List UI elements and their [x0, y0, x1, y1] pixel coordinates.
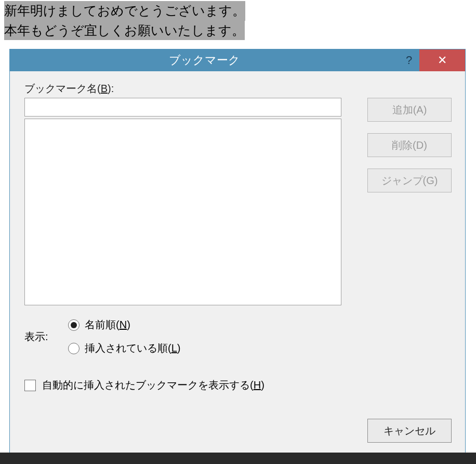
cancel-button[interactable]: キャンセル	[367, 419, 452, 443]
show-hidden-label: 自動的に挿入されたブックマークを表示する(H)	[42, 378, 265, 392]
bookmark-dialog: ブックマーク ? ✕ ブックマーク名(B): 追加(A) 削除(D) ジャンプ(…	[9, 49, 466, 455]
help-button[interactable]: ?	[399, 49, 419, 71]
sort-by-name-label: 名前順(N)	[85, 318, 130, 332]
close-button[interactable]: ✕	[419, 49, 465, 71]
selected-text-line-2[interactable]: 本年もどうぞ宜しくお願いいたします。	[4, 21, 245, 41]
goto-button: ジャンプ(G)	[367, 169, 452, 192]
status-bar	[0, 453, 476, 464]
sort-label: 表示:	[24, 330, 56, 344]
radio-icon	[68, 319, 80, 331]
dialog-body: ブックマーク名(B): 追加(A) 削除(D) ジャンプ(G) 表示: 名前順(…	[10, 71, 465, 454]
bookmark-list[interactable]	[24, 119, 341, 305]
radio-icon	[68, 343, 80, 354]
dialog-title: ブックマーク	[10, 49, 399, 71]
checkbox-icon	[24, 380, 36, 391]
sort-by-location-label: 挿入されている順(L)	[85, 341, 180, 355]
dialog-titlebar[interactable]: ブックマーク ? ✕	[10, 49, 465, 71]
show-hidden-checkbox[interactable]: 自動的に挿入されたブックマークを表示する(H)	[24, 378, 452, 392]
selected-text-line-1[interactable]: 新年明けましておめでとうございます。	[4, 1, 245, 21]
bookmark-name-label: ブックマーク名(B):	[24, 82, 452, 96]
sort-by-location-radio[interactable]: 挿入されている順(L)	[68, 341, 180, 355]
delete-button: 削除(D)	[367, 133, 452, 157]
sort-by-name-radio[interactable]: 名前順(N)	[68, 318, 180, 332]
bookmark-name-input[interactable]	[24, 98, 341, 117]
add-button: 追加(A)	[367, 98, 452, 122]
